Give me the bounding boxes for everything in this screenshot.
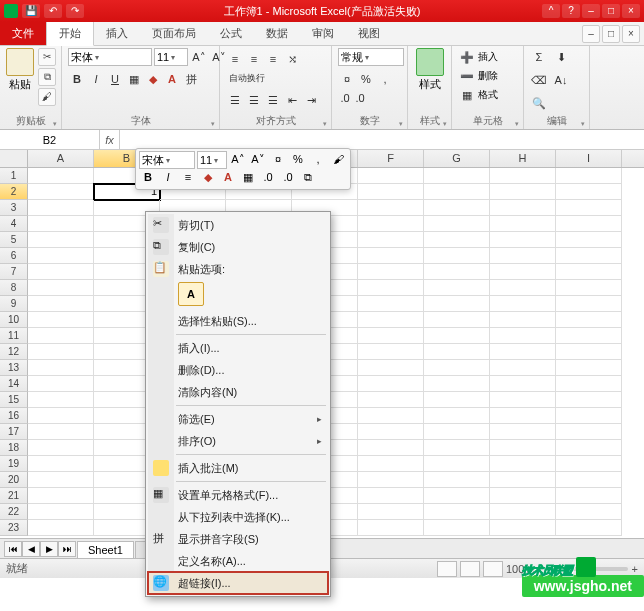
cell-G1[interactable] [424,168,490,184]
row-header-15[interactable]: 15 [0,392,28,408]
ctx-filter[interactable]: 筛选(E)▸ [148,408,328,430]
cell-F6[interactable] [358,248,424,264]
cell-F22[interactable] [358,504,424,520]
tab-layout[interactable]: 页面布局 [140,22,208,45]
formula-input[interactable] [120,130,644,149]
row-header-10[interactable]: 10 [0,312,28,328]
tab-review[interactable]: 审阅 [300,22,346,45]
mini-decdec[interactable]: .0 [279,169,297,187]
close-icon[interactable]: × [622,4,640,18]
clear-button[interactable]: ⌫ [530,71,548,89]
cells-format[interactable]: ▦格式 [458,86,498,104]
cell-A14[interactable] [28,376,94,392]
cell-F23[interactable] [358,520,424,536]
fill-color-button[interactable]: ◆ [144,70,162,88]
select-all-corner[interactable] [0,150,28,167]
tab-home[interactable]: 开始 [46,21,94,46]
cell-H19[interactable] [490,456,556,472]
row-header-20[interactable]: 20 [0,472,28,488]
cell-I5[interactable] [556,232,622,248]
paste-button[interactable]: 粘贴 [6,48,34,91]
ribbon-min-icon[interactable]: ^ [542,4,560,18]
font-color-button[interactable]: A [163,70,181,88]
row-header-9[interactable]: 9 [0,296,28,312]
qa-undo[interactable]: ↶ [44,4,62,18]
underline-button[interactable]: U [106,70,124,88]
sheet-tab-1[interactable]: Sheet1 [77,541,134,559]
comma-button[interactable]: , [376,70,394,88]
cell-G22[interactable] [424,504,490,520]
ctx-define-name[interactable]: 定义名称(A)... [148,550,328,572]
cell-A12[interactable] [28,344,94,360]
cell-I1[interactable] [556,168,622,184]
sheet-nav-prev[interactable]: ◀ [22,541,40,557]
fill-button[interactable]: ⬇ [552,48,570,66]
name-box[interactable]: B2 [0,130,100,149]
tab-data[interactable]: 数据 [254,22,300,45]
child-close-icon[interactable]: × [622,25,640,43]
cell-I2[interactable] [556,184,622,200]
tab-view[interactable]: 视图 [346,22,392,45]
row-header-19[interactable]: 19 [0,456,28,472]
cell-G8[interactable] [424,280,490,296]
cell-F8[interactable] [358,280,424,296]
cell-F14[interactable] [358,376,424,392]
cell-H4[interactable] [490,216,556,232]
cell-F21[interactable] [358,488,424,504]
indent-dec[interactable]: ⇤ [283,91,301,109]
cell-G19[interactable] [424,456,490,472]
cell-A5[interactable] [28,232,94,248]
row-header-17[interactable]: 17 [0,424,28,440]
row-header-22[interactable]: 22 [0,504,28,520]
cell-I15[interactable] [556,392,622,408]
dec-decimal[interactable]: .0 [353,89,367,107]
ctx-sort[interactable]: 排序(O)▸ [148,430,328,452]
view-break[interactable] [483,561,503,577]
cell-A21[interactable] [28,488,94,504]
cell-H16[interactable] [490,408,556,424]
qa-redo[interactable]: ↷ [66,4,84,18]
ctx-hyperlink[interactable]: 🌐超链接(I)... [148,572,328,594]
cell-H22[interactable] [490,504,556,520]
align-bot[interactable]: ≡ [264,50,282,68]
mini-fontcolor[interactable]: A [219,169,237,187]
cell-F15[interactable] [358,392,424,408]
col-header-G[interactable]: G [424,150,490,167]
inc-decimal[interactable]: .0 [338,89,352,107]
cell-H9[interactable] [490,296,556,312]
cell-I4[interactable] [556,216,622,232]
sheet-nav-next[interactable]: ▶ [40,541,58,557]
cell-G11[interactable] [424,328,490,344]
cell-H23[interactable] [490,520,556,536]
cell-I18[interactable] [556,440,622,456]
cell-I7[interactable] [556,264,622,280]
row-header-23[interactable]: 23 [0,520,28,536]
ctx-paste-special[interactable]: 选择性粘贴(S)... [148,310,328,332]
cell-G21[interactable] [424,488,490,504]
mini-grow-icon[interactable]: A˄ [229,151,247,169]
align-left[interactable]: ☰ [226,91,244,109]
cell-I11[interactable] [556,328,622,344]
row-header-2[interactable]: 2 [0,184,28,200]
cell-H20[interactable] [490,472,556,488]
cell-G17[interactable] [424,424,490,440]
cell-H18[interactable] [490,440,556,456]
cell-I13[interactable] [556,360,622,376]
help-icon[interactable]: ? [562,4,580,18]
cell-G7[interactable] [424,264,490,280]
row-header-4[interactable]: 4 [0,216,28,232]
cell-H5[interactable] [490,232,556,248]
mini-comma[interactable]: , [309,151,327,169]
cell-A9[interactable] [28,296,94,312]
cell-H8[interactable] [490,280,556,296]
cell-I12[interactable] [556,344,622,360]
cell-A17[interactable] [28,424,94,440]
mini-painter[interactable]: 🖌 [329,151,347,169]
cell-F11[interactable] [358,328,424,344]
cell-G23[interactable] [424,520,490,536]
view-layout[interactable] [460,561,480,577]
cell-G16[interactable] [424,408,490,424]
cell-G5[interactable] [424,232,490,248]
mini-font[interactable]: 宋体▾ [139,151,195,169]
cell-F20[interactable] [358,472,424,488]
